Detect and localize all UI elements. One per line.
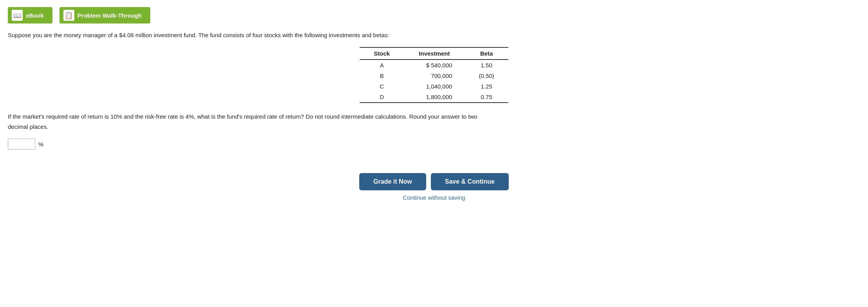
cell-beta: 1.25 — [465, 81, 508, 92]
percent-label: % — [38, 141, 43, 148]
walkthrough-label: Problem Walk-Through — [77, 12, 142, 19]
cell-beta: 1.50 — [465, 60, 508, 70]
investment-table-wrapper: Stock Investment Beta A$ 540,0001.50B700… — [8, 47, 860, 103]
investment-table: Stock Investment Beta A$ 540,0001.50B700… — [360, 47, 508, 103]
ebook-icon: 📖 — [12, 10, 23, 21]
cell-investment: 1,800,000 — [404, 92, 465, 103]
cell-stock: D — [360, 92, 404, 103]
walkthrough-button[interactable]: 📋 Problem Walk-Through — [59, 7, 150, 23]
table-row: B700,000(0.50) — [360, 70, 508, 81]
cell-beta: (0.50) — [465, 70, 508, 81]
ebook-button[interactable]: 📖 eBook — [8, 7, 52, 23]
save-continue-button[interactable]: Save & Continue — [431, 173, 509, 190]
cell-investment: $ 540,000 — [404, 60, 465, 70]
col-header-investment: Investment — [404, 47, 465, 60]
cell-beta: 0.75 — [465, 92, 508, 103]
answer-input[interactable] — [8, 139, 35, 150]
toolbar: 📖 eBook 📋 Problem Walk-Through — [8, 7, 860, 23]
ebook-label: eBook — [26, 12, 44, 19]
table-row: D1,800,0000.75 — [360, 92, 508, 103]
answer-row: % — [8, 139, 860, 150]
table-row: A$ 540,0001.50 — [360, 60, 508, 70]
walkthrough-icon: 📋 — [63, 10, 74, 21]
continue-without-saving-link[interactable]: Continue without saving — [403, 194, 465, 201]
col-header-stock: Stock — [360, 47, 404, 60]
cell-investment: 700,000 — [404, 70, 465, 81]
action-buttons: Grade it Now Save & Continue — [359, 173, 509, 190]
cell-stock: A — [360, 60, 404, 70]
followup-question: If the market's required rate of return … — [8, 112, 477, 132]
col-header-beta: Beta — [465, 47, 508, 60]
cell-investment: 1,040,000 — [404, 81, 465, 92]
cell-stock: C — [360, 81, 404, 92]
grade-button[interactable]: Grade it Now — [359, 173, 426, 190]
bottom-actions: Grade it Now Save & Continue Continue wi… — [8, 173, 860, 201]
question-intro: Suppose you are the money manager of a $… — [8, 31, 477, 40]
table-row: C1,040,0001.25 — [360, 81, 508, 92]
cell-stock: B — [360, 70, 404, 81]
